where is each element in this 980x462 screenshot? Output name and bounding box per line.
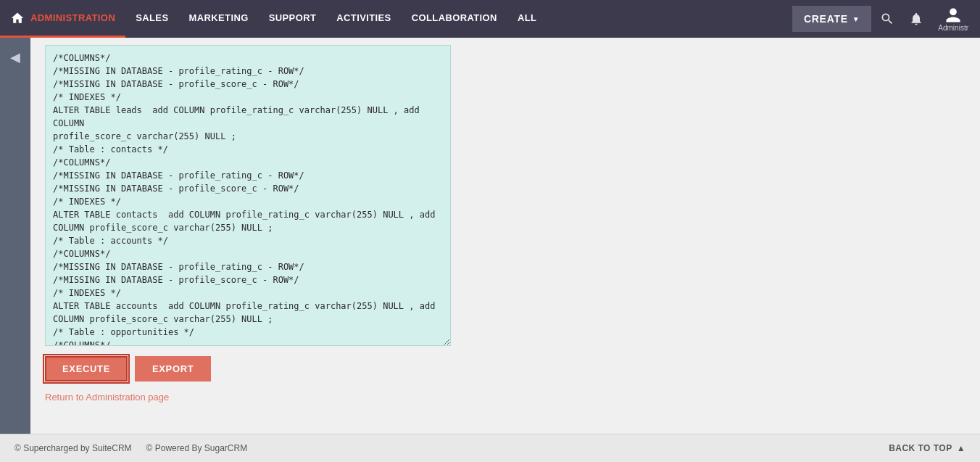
admin-nav-label: ADMINISTRATION [30, 12, 115, 23]
create-button[interactable]: CREATE ▼ [792, 6, 871, 32]
sql-container: /*COLUMNS*/ /*MISSING IN DATABASE - prof… [45, 45, 451, 349]
search-button[interactable] [874, 7, 900, 30]
nav-actions: CREATE ▼ Administr [792, 0, 980, 38]
user-icon [944, 7, 962, 24]
footer-sugarcrm: © Powered By SugarCRM [146, 443, 248, 453]
navbar: ADMINISTRATION SALES MARKETING SUPPORT A… [0, 0, 980, 38]
return-link[interactable]: Return to Administration page [45, 392, 169, 403]
footer-left: © Supercharged by SuiteCRM © Powered By … [14, 443, 247, 453]
nav-activities[interactable]: ACTIVITIES [326, 0, 401, 38]
main-content: /*COLUMNS*/ /*MISSING IN DATABASE - prof… [30, 38, 980, 434]
home-icon [10, 11, 25, 25]
nav-support[interactable]: SUPPORT [259, 0, 327, 38]
user-label: Administr [938, 24, 968, 32]
up-arrow-icon: ▲ [957, 443, 966, 453]
user-menu[interactable]: Administr [932, 7, 974, 32]
nav-all[interactable]: ALL [507, 0, 547, 38]
chevron-down-icon: ▼ [852, 15, 860, 23]
sidebar-collapse-arrow[interactable]: ◀ [6, 45, 25, 70]
nav-sales[interactable]: SALES [125, 0, 178, 38]
sql-textarea[interactable]: /*COLUMNS*/ /*MISSING IN DATABASE - prof… [45, 45, 451, 346]
page-layout: ◀ /*COLUMNS*/ /*MISSING IN DATABASE - pr… [0, 38, 980, 434]
back-to-top-button[interactable]: BACK TO TOP ▲ [889, 443, 966, 453]
footer: © Supercharged by SuiteCRM © Powered By … [0, 434, 980, 462]
search-icon [880, 12, 894, 26]
sidebar: ◀ [0, 38, 30, 434]
home-nav-item[interactable]: ADMINISTRATION [0, 0, 125, 38]
footer-suitecrm: © Supercharged by SuiteCRM [14, 443, 132, 453]
action-buttons-row: EXECUTE EXPORT [45, 356, 958, 381]
nav-marketing[interactable]: MARKETING [178, 0, 258, 38]
execute-button[interactable]: EXECUTE [45, 356, 128, 381]
nav-collaboration[interactable]: COLLABORATION [402, 0, 507, 38]
bell-icon [909, 12, 923, 26]
export-button[interactable]: EXPORT [135, 356, 211, 381]
content-area: /*COLUMNS*/ /*MISSING IN DATABASE - prof… [30, 38, 980, 434]
notifications-button[interactable] [903, 7, 929, 30]
